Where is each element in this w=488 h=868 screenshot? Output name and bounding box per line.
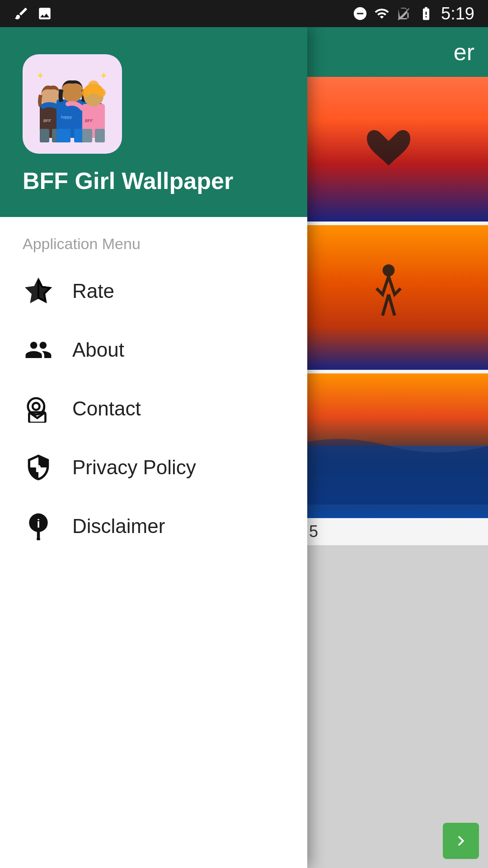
wifi-icon bbox=[374, 6, 389, 21]
screen-wrapper: er y 2 y 3 bbox=[0, 27, 488, 868]
privacy-icon bbox=[23, 452, 54, 483]
svg-text:BFF: BFF bbox=[43, 118, 52, 123]
chevron-right-icon bbox=[451, 831, 471, 851]
svg-point-21 bbox=[88, 80, 99, 91]
svg-rect-16 bbox=[82, 129, 92, 142]
about-group-icon bbox=[23, 334, 54, 366]
app-icon: ✦ ✦ BFF bbox=[23, 54, 122, 154]
app-icon-inner: ✦ ✦ BFF bbox=[27, 59, 117, 149]
menu-item-about[interactable]: About bbox=[0, 321, 307, 379]
wallpaper-grid: y 2 y 3 bbox=[289, 77, 488, 868]
bff-girls-illustration: ✦ ✦ BFF bbox=[27, 59, 117, 149]
menu-item-about-label: About bbox=[72, 339, 124, 361]
app-title: BFF Girl Wallpaper bbox=[23, 167, 233, 194]
menu-section-label: Application Menu bbox=[0, 217, 307, 262]
wallpaper-thumb-2 bbox=[289, 225, 488, 370]
menu-item-rate[interactable]: Rate bbox=[0, 262, 307, 321]
svg-rect-6 bbox=[40, 129, 49, 142]
wallpaper-label-3: y 5 bbox=[289, 518, 488, 545]
svg-text:✦: ✦ bbox=[99, 70, 108, 81]
svg-text:happy: happy bbox=[61, 115, 72, 119]
menu-item-contact-label: Contact bbox=[72, 397, 141, 420]
wallpaper-nav-button[interactable] bbox=[443, 823, 479, 859]
svg-point-19 bbox=[81, 88, 90, 97]
wallpaper-thumb-1 bbox=[289, 77, 488, 222]
svg-rect-17 bbox=[95, 129, 105, 142]
contact-icon bbox=[23, 393, 54, 425]
svg-text:BFF: BFF bbox=[85, 118, 93, 123]
heart-silhouette-icon bbox=[361, 122, 416, 176]
brush-icon bbox=[14, 6, 29, 21]
wallpaper-thumb-3 bbox=[289, 373, 488, 518]
status-time: 5:19 bbox=[441, 4, 474, 24]
battery-icon bbox=[418, 6, 435, 21]
jump-silhouette-icon bbox=[371, 261, 407, 334]
menu-item-privacy[interactable]: Privacy Policy bbox=[0, 438, 307, 497]
menu-item-privacy-label: Privacy Policy bbox=[72, 456, 196, 479]
status-bar-right-icons: 5:19 bbox=[352, 4, 474, 24]
menu-item-disclaimer[interactable]: i Disclaimer bbox=[0, 497, 307, 556]
ocean-silhouette-icon bbox=[289, 387, 488, 505]
status-bar-left-icons bbox=[14, 6, 52, 21]
menu-item-disclaimer-label: Disclaimer bbox=[72, 515, 165, 538]
main-header-title: er bbox=[454, 38, 474, 66]
svg-point-20 bbox=[97, 88, 106, 97]
wallpaper-item-2[interactable]: y 3 bbox=[289, 225, 488, 370]
svg-point-0 bbox=[383, 264, 395, 277]
dnd-icon bbox=[352, 6, 368, 21]
svg-rect-27 bbox=[36, 469, 41, 472]
wallpaper-item-3[interactable]: y 5 bbox=[289, 373, 488, 518]
svg-text:✦: ✦ bbox=[36, 70, 44, 81]
svg-rect-11 bbox=[56, 129, 70, 142]
wallpaper-item-1[interactable]: y 2 bbox=[289, 77, 488, 222]
status-bar: 5:19 bbox=[0, 0, 488, 27]
sim-icon bbox=[396, 6, 411, 21]
menu-item-contact[interactable]: Contact bbox=[0, 379, 307, 438]
navigation-drawer: ✦ ✦ BFF bbox=[0, 27, 307, 868]
svg-point-24 bbox=[33, 403, 39, 410]
svg-text:i: i bbox=[37, 517, 40, 530]
rate-icon bbox=[23, 275, 54, 307]
image-icon bbox=[37, 6, 52, 21]
menu-item-rate-label: Rate bbox=[72, 280, 114, 302]
drawer-header: ✦ ✦ BFF bbox=[0, 27, 307, 217]
disclaimer-icon: i bbox=[23, 510, 54, 542]
